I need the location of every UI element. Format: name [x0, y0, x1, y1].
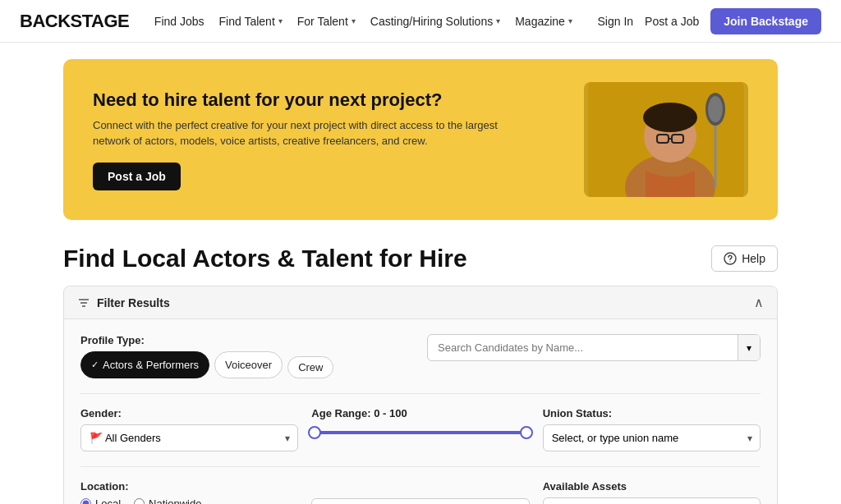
tag-label: Crew [298, 361, 323, 373]
age-range-fill [315, 431, 526, 434]
tag-label: Actors & Performers [103, 359, 199, 371]
hero-image [584, 82, 748, 197]
filter-panel: Filter Results ∧ Profile Type: ✓ Actors … [63, 286, 778, 504]
hero-text: Need to hire talent for your next projec… [93, 89, 503, 190]
chevron-icon: ▾ [568, 16, 572, 25]
help-label: Help [742, 252, 765, 265]
gender-section: Gender: 🚩 All Genders Male Female Non-bi… [80, 407, 298, 451]
filter-body: Profile Type: ✓ Actors & Performers Voic… [64, 319, 777, 504]
age-range-section: Age Range: 0 - 100 [311, 407, 529, 451]
hero-description: Connect with the perfect creative for yo… [93, 117, 503, 149]
navbar: BACKSTAGE Find Jobs Find Talent ▾ For Ta… [0, 0, 841, 43]
tag-crew[interactable]: Crew [287, 356, 333, 378]
hero-headline: Need to hire talent for your next projec… [93, 89, 503, 111]
location-section: Location: Local Nationwide Distance (Mil… [80, 480, 298, 504]
svg-point-3 [643, 103, 697, 132]
location-label: Location: [80, 480, 298, 493]
age-range-track [315, 431, 526, 434]
nav-for-talent[interactable]: For Talent ▾ [297, 15, 356, 28]
help-icon [724, 252, 737, 265]
name-search-input-wrapper: ▾ [427, 334, 761, 361]
filter-icon [77, 296, 90, 309]
filter-header-label: Filter Results [97, 296, 170, 309]
age-range-max-thumb[interactable] [520, 426, 533, 439]
union-status-section: Union Status: Select, or type union name [543, 407, 761, 451]
main-header: Find Local Actors & Talent for Hire Help [63, 245, 778, 273]
hero-post-job-button[interactable]: Post a Job [93, 163, 181, 190]
location-local-radio[interactable]: Local [80, 497, 121, 504]
nav-right: Sign In Post a Job Join Backstage [598, 8, 821, 34]
nav-casting-solutions[interactable]: Casting/Hiring Solutions ▾ [370, 15, 500, 28]
location-local-label: Local [95, 497, 121, 504]
profile-type-label: Profile Type: [80, 334, 414, 346]
filter-divider-1 [80, 393, 761, 394]
gender-select[interactable]: 🚩 All Genders Male Female Non-binary [80, 424, 298, 451]
gender-label: Gender: [80, 407, 298, 419]
hero-banner: Need to hire talent for your next projec… [63, 59, 778, 220]
filter-row-gender-age-union: Gender: 🚩 All Genders Male Female Non-bi… [80, 407, 761, 451]
filter-collapse-button[interactable]: ∧ [754, 295, 764, 310]
filter-header: Filter Results ∧ [64, 286, 777, 319]
nav-find-jobs[interactable]: Find Jobs [154, 15, 205, 28]
filter-row-profile-name: Profile Type: ✓ Actors & Performers Voic… [80, 334, 761, 378]
filter-row-location-assets: Location: Local Nationwide Distance (Mil… [80, 480, 761, 504]
join-backstage-button[interactable]: Join Backstage [710, 8, 821, 34]
available-assets-section: Available Assets Select Available Assets [543, 480, 761, 504]
logo[interactable]: BACKSTAGE [20, 11, 129, 32]
location-select[interactable]: Select or type location [311, 498, 529, 504]
tag-actors-performers[interactable]: ✓ Actors & Performers [80, 351, 209, 378]
gender-select-wrapper: 🚩 All Genders Male Female Non-binary [80, 424, 298, 451]
filter-header-left: Filter Results [77, 296, 170, 309]
age-range-label: Age Range: 0 - 100 [311, 407, 529, 419]
union-status-label: Union Status: [543, 407, 761, 419]
available-assets-select-wrapper: Select Available Assets [543, 497, 761, 504]
age-range-min-thumb[interactable] [308, 426, 321, 439]
chevron-icon: ▾ [496, 16, 500, 25]
help-button[interactable]: Help [711, 245, 778, 272]
union-status-select[interactable]: Select, or type union name [543, 424, 761, 451]
location-radio-group: Local Nationwide [80, 497, 298, 504]
name-search-dropdown-button[interactable]: ▾ [738, 335, 760, 360]
profile-type-section: Profile Type: ✓ Actors & Performers Voic… [80, 334, 414, 378]
main-content: Find Local Actors & Talent for Hire Help… [63, 236, 778, 504]
available-assets-label: Available Assets [543, 480, 761, 493]
tag-label: Voiceover [225, 359, 272, 371]
sign-in-link[interactable]: Sign In [598, 15, 634, 28]
location-select-wrapper: Select or type location [311, 498, 529, 504]
location-nationwide-radio[interactable]: Nationwide [134, 497, 201, 504]
chevron-icon: ▾ [352, 16, 356, 25]
hero-illustration [588, 82, 744, 197]
nav-magazine[interactable]: Magazine ▾ [515, 15, 572, 28]
name-search-input[interactable] [428, 335, 738, 360]
union-select-wrapper: Select, or type union name [543, 424, 761, 451]
check-icon: ✓ [91, 360, 99, 370]
filter-divider-2 [80, 466, 761, 467]
profile-type-tags: ✓ Actors & Performers Voiceover Crew [80, 351, 414, 378]
svg-point-11 [730, 261, 731, 262]
tag-voiceover[interactable]: Voiceover [214, 351, 283, 378]
name-search-section: ▾ [427, 334, 761, 378]
chevron-icon: ▾ [278, 16, 283, 25]
nav-find-talent[interactable]: Find Talent ▾ [219, 15, 283, 28]
location-nationwide-label: Nationwide [149, 497, 201, 504]
page-title: Find Local Actors & Talent for Hire [63, 245, 467, 273]
post-a-job-link[interactable]: Post a Job [645, 15, 699, 28]
available-assets-select[interactable]: Select Available Assets [543, 497, 761, 504]
nav-links: Find Jobs Find Talent ▾ For Talent ▾ Cas… [154, 15, 572, 28]
location-select-section: Select or type location [311, 480, 529, 504]
svg-point-9 [708, 96, 723, 122]
